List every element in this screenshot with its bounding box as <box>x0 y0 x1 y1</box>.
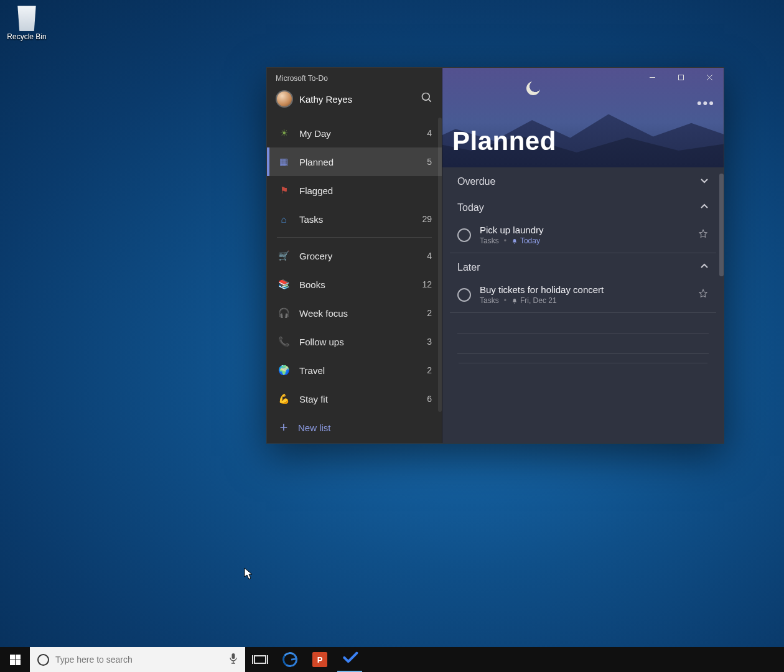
svg-point-0 <box>422 93 430 101</box>
list-title: Planned <box>452 126 556 156</box>
star-icon[interactable] <box>698 228 709 242</box>
sidebar-item-count: 3 <box>427 337 432 347</box>
maximize-button[interactable] <box>666 68 695 86</box>
desktop-icon-recycle-bin[interactable]: Recycle Bin <box>4 4 50 41</box>
divider <box>457 333 709 334</box>
sidebar-item-follow-ups[interactable]: 📞Follow ups3 <box>267 327 442 356</box>
sidebar-item-planned[interactable]: ▦Planned5 <box>267 147 442 176</box>
sidebar: Microsoft To-Do Kathy Reyes ☀My Day4▦Pla… <box>267 68 442 443</box>
sidebar-item-label: Week focus <box>299 308 427 319</box>
sidebar-item-books[interactable]: 📚Books12 <box>267 270 442 299</box>
main-panel: Planned ••• OverdueTodayPick up laundryT… <box>442 68 724 443</box>
more-options-button[interactable]: ••• <box>697 95 715 111</box>
scrollbar-thumb[interactable] <box>719 174 724 276</box>
sidebar-item-label: Books <box>299 279 422 290</box>
close-button[interactable] <box>695 68 724 86</box>
section-header-later[interactable]: Later <box>450 253 716 279</box>
microphone-icon[interactable] <box>229 653 238 666</box>
sidebar-item-week-focus[interactable]: 🎧Week focus2 <box>267 299 442 327</box>
plus-icon: + <box>277 419 291 436</box>
section-header-today[interactable]: Today <box>450 194 716 220</box>
task-view-icon <box>254 655 266 664</box>
sidebar-item-tasks[interactable]: ⌂Tasks29 <box>267 205 442 233</box>
smart-lists: ☀My Day4▦Planned5⚑Flagged⌂Tasks29 <box>267 119 442 233</box>
mouse-cursor <box>244 567 254 582</box>
task-complete-circle[interactable] <box>457 228 471 242</box>
avatar <box>276 90 293 108</box>
books-icon: 📚 <box>277 279 291 290</box>
headphones-icon: 🎧 <box>277 307 291 319</box>
sidebar-item-label: Planned <box>299 157 427 167</box>
task-due: Fri, Dec 21 <box>511 296 557 305</box>
new-list-label: New list <box>298 422 331 433</box>
sidebar-item-grocery[interactable]: 🛒Grocery4 <box>267 241 442 270</box>
sidebar-item-stay-fit[interactable]: 💪Stay fit6 <box>267 385 442 413</box>
section-title: Later <box>457 262 480 273</box>
windows-logo-icon <box>10 655 21 665</box>
task-view-button[interactable] <box>245 647 275 672</box>
chevron-up-icon <box>700 262 709 273</box>
task-title: Buy tickets for holiday concert <box>480 284 689 295</box>
search-input[interactable] <box>55 655 223 665</box>
sidebar-divider <box>277 237 432 238</box>
sidebar-item-count: 5 <box>427 157 432 167</box>
muscle-icon: 💪 <box>277 393 291 404</box>
search-icon[interactable] <box>421 91 433 106</box>
task-content: OverdueTodayPick up laundryTasks•TodayLa… <box>442 167 724 443</box>
sidebar-item-flagged[interactable]: ⚑Flagged <box>267 176 442 205</box>
taskbar-app-edge[interactable] <box>275 647 305 672</box>
section-title: Today <box>457 202 484 213</box>
sidebar-item-my-day[interactable]: ☀My Day4 <box>267 119 442 147</box>
new-list-button[interactable]: + New list <box>267 414 442 443</box>
edge-icon <box>281 651 299 668</box>
taskbar-app-todo[interactable] <box>335 647 365 672</box>
taskbar-app-powerpoint[interactable]: P <box>305 647 335 672</box>
sidebar-item-label: Grocery <box>299 251 427 261</box>
taskbar: P <box>0 647 784 672</box>
task-due: Today <box>511 236 540 245</box>
task-item[interactable]: Buy tickets for holiday concertTasks•Fri… <box>450 279 716 313</box>
chevron-down-icon <box>700 176 709 187</box>
home-icon: ⌂ <box>277 214 291 225</box>
flag-icon: ⚑ <box>277 185 291 196</box>
section-header-overdue[interactable]: Overdue <box>450 167 716 194</box>
desktop-icon-label: Recycle Bin <box>4 32 50 41</box>
bell-icon <box>511 238 518 244</box>
bell-icon <box>511 297 518 304</box>
sidebar-item-label: Tasks <box>299 214 422 225</box>
svg-rect-3 <box>678 75 683 80</box>
section-title: Overdue <box>457 176 495 187</box>
sidebar-item-count: 6 <box>427 394 432 404</box>
svg-rect-6 <box>232 653 235 659</box>
cortana-icon <box>37 654 49 666</box>
task-complete-circle[interactable] <box>457 288 471 302</box>
sun-icon: ☀ <box>277 128 291 139</box>
task-item[interactable]: Pick up laundryTasks•Today <box>450 220 716 253</box>
task-parent-list: Tasks <box>480 236 499 245</box>
sidebar-item-count: 29 <box>422 214 432 224</box>
powerpoint-icon: P <box>312 652 327 667</box>
recycle-bin-icon <box>14 4 40 31</box>
sidebar-item-label: Travel <box>299 365 427 376</box>
start-button[interactable] <box>0 647 30 672</box>
cart-icon: 🛒 <box>277 250 291 261</box>
sidebar-item-count: 4 <box>427 128 432 138</box>
user-row[interactable]: Kathy Reyes <box>267 85 442 119</box>
phone-icon: 📞 <box>277 336 291 347</box>
todo-icon <box>342 653 357 666</box>
divider <box>457 353 709 354</box>
sidebar-item-count: 12 <box>422 279 432 289</box>
globe-icon: 🌍 <box>277 365 291 376</box>
taskbar-search[interactable] <box>30 647 245 672</box>
sidebar-item-label: My Day <box>299 128 427 139</box>
sidebar-item-travel[interactable]: 🌍Travel2 <box>267 356 442 385</box>
app-window-microsoft-todo: Microsoft To-Do Kathy Reyes ☀My Day4▦Pla… <box>266 67 724 444</box>
sidebar-item-count: 2 <box>427 365 432 375</box>
svg-line-1 <box>429 100 431 102</box>
sidebar-item-label: Follow ups <box>299 337 427 347</box>
task-title: Pick up laundry <box>480 225 689 235</box>
minimize-button[interactable] <box>638 68 666 86</box>
star-icon[interactable] <box>698 288 709 302</box>
sidebar-item-label: Stay fit <box>299 394 427 404</box>
sidebar-item-count: 2 <box>427 308 432 318</box>
